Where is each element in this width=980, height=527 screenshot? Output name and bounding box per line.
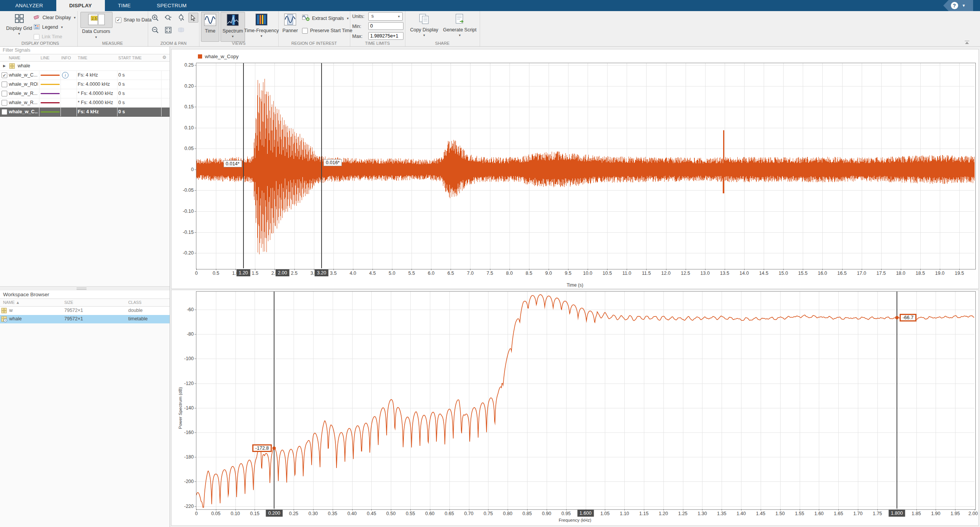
- checkbox-icon[interactable]: [2, 82, 7, 87]
- ws-column-header-name[interactable]: NAME ▲: [3, 300, 20, 305]
- zoom-out-icon[interactable]: [151, 26, 159, 34]
- clear-display-button[interactable]: Clear Display ▼: [34, 13, 76, 22]
- tab-display[interactable]: DISPLAY: [56, 0, 105, 11]
- spectrum-axes[interactable]: [196, 291, 976, 510]
- cursor-value-label[interactable]: -172.8: [252, 444, 272, 452]
- signal-row-whale-w-c-[interactable]: ✓whale_w_C...iFs: 4 kHz0 s: [0, 71, 170, 80]
- gear-icon[interactable]: ⚙: [162, 55, 167, 60]
- column-header-line[interactable]: LINE: [41, 55, 49, 60]
- fit-view-icon[interactable]: [164, 26, 172, 34]
- time-axis-label: Time (s): [172, 282, 978, 288]
- expand-arrow-icon[interactable]: ▶: [3, 64, 6, 68]
- y-tick-mark: [194, 107, 196, 107]
- x-tick-mark: [549, 269, 549, 270]
- cursor-tick-badge[interactable]: 1.800: [889, 510, 905, 517]
- cursor-value-label[interactable]: -66.7: [900, 314, 917, 321]
- ribbon: Display Grid ▼ Clear Display ▼ Legend ▼ …: [0, 11, 980, 47]
- cursor-tick-badge[interactable]: 3.20: [315, 269, 328, 276]
- panner-button[interactable]: Panner: [280, 12, 300, 33]
- spectrum-view-button[interactable]: Spectrum ▼: [220, 12, 245, 42]
- signal-row-whale-w-r-[interactable]: whale_w_R...* Fs: 4.0000 kHz0 s: [0, 98, 170, 108]
- time-view-button[interactable]: Time: [201, 12, 219, 42]
- signal-row-whale-w-c-[interactable]: whale_w_C...Fs: 4 kHz0 s: [0, 108, 170, 117]
- x-tick-label: 17.5: [877, 271, 886, 276]
- x-tick-mark: [916, 509, 917, 511]
- units-select[interactable]: s ▼: [368, 12, 403, 21]
- cursor-value-label[interactable]: 0.016*: [323, 159, 342, 166]
- x-tick-label: 8.0: [506, 271, 513, 276]
- workspace-row-whale[interactable]: whale79572×1timetable: [0, 315, 170, 323]
- x-tick-label: 6.0: [428, 271, 434, 276]
- line-style-swatch[interactable]: [41, 75, 60, 76]
- preserve-start-time-label: Preserve Start Time: [310, 28, 352, 33]
- column-header-time[interactable]: TIME: [78, 55, 87, 60]
- line-style-swatch[interactable]: [41, 111, 60, 113]
- column-divider: [77, 98, 77, 107]
- y-tick-mark: [194, 334, 196, 334]
- time-cursor-line[interactable]: [321, 63, 322, 268]
- cursor-tick-badge[interactable]: 0.200: [266, 510, 283, 517]
- tab-time[interactable]: TIME: [105, 0, 144, 11]
- x-tick-mark: [392, 269, 392, 270]
- ws-column-header-size[interactable]: SIZE: [64, 300, 73, 305]
- column-divider: [39, 98, 39, 107]
- column-header-info[interactable]: INFO: [61, 55, 71, 60]
- preserve-start-time-checkbox[interactable]: Preserve Start Time: [302, 26, 352, 35]
- checkbox-icon[interactable]: [2, 109, 7, 115]
- x-tick-label: 10.5: [603, 271, 612, 276]
- x-tick-label: 0.45: [367, 511, 376, 516]
- info-icon[interactable]: i: [62, 72, 69, 78]
- tab-analyzer[interactable]: ANALYZER: [2, 0, 56, 11]
- column-header-start-time[interactable]: START TIME: [118, 55, 142, 60]
- snap-to-data-checkbox[interactable]: ✓ Snap to Data: [116, 16, 152, 24]
- zoom-in-y-icon[interactable]: [177, 13, 185, 22]
- x-tick-mark: [744, 269, 745, 270]
- legend-button[interactable]: Legend ▼: [34, 23, 64, 31]
- pointer-tool-icon[interactable]: [188, 13, 198, 23]
- checkbox-checked-icon[interactable]: ✓: [2, 72, 7, 78]
- help-icon[interactable]: ?: [951, 2, 958, 9]
- display-grid-button[interactable]: Display Grid ▼: [7, 12, 31, 36]
- workspace-row-w[interactable]: w79572×1double: [0, 307, 170, 315]
- cursor-value-label[interactable]: 0.014*: [224, 160, 242, 167]
- min-input[interactable]: [368, 22, 403, 30]
- copy-display-button[interactable]: Copy Display ▼: [408, 12, 440, 37]
- signal-row-whale-w-r-[interactable]: whale_w_R...* Fs: 4.0000 kHz0 s: [0, 89, 170, 98]
- signal-group-row[interactable]: ▶whale: [0, 62, 170, 71]
- checkbox-icon[interactable]: [2, 100, 7, 106]
- tab-spectrum[interactable]: SPECTRUM: [144, 0, 200, 11]
- x-tick-mark: [722, 509, 722, 511]
- time-axes[interactable]: [196, 63, 976, 269]
- collapse-ribbon-button[interactable]: [964, 40, 970, 45]
- time-frequency-view-button[interactable]: Time-Frequency ▼: [246, 12, 277, 38]
- checkbox-icon[interactable]: [302, 28, 308, 34]
- max-input[interactable]: [368, 32, 403, 40]
- chevron-down-icon[interactable]: ▼: [962, 3, 966, 8]
- checkbox-checked-icon[interactable]: ✓: [116, 17, 121, 23]
- checkbox-icon[interactable]: [2, 91, 7, 96]
- help-button[interactable]: ? ▼: [943, 0, 973, 11]
- chevron-down-icon[interactable]: ▼: [95, 36, 98, 39]
- x-tick-label: 7.5: [487, 271, 493, 276]
- cursor-tick-badge[interactable]: 1.20: [236, 269, 250, 276]
- signal-row-whale-w-roi[interactable]: whale_w_ROIFs: 4.0000 kHz0 s: [0, 80, 170, 89]
- filter-signals-input[interactable]: Filter Signals: [0, 47, 170, 54]
- x-tick-mark: [294, 269, 295, 270]
- ws-name: w: [9, 308, 13, 313]
- zoom-in-icon[interactable]: [151, 13, 159, 22]
- extract-signals-button[interactable]: Extract Signals ▼: [302, 14, 349, 23]
- line-style-swatch[interactable]: [41, 84, 60, 85]
- data-cursors-button[interactable]: 2.5: [80, 12, 113, 28]
- line-style-swatch[interactable]: [41, 102, 60, 103]
- generate-script-button[interactable]: Generate Script ▼: [442, 12, 478, 37]
- time-cursor-line[interactable]: [243, 63, 244, 268]
- zoom-in-x-icon[interactable]: [164, 13, 172, 22]
- spectrum-cursor-line[interactable]: [274, 292, 274, 509]
- group-label: SHARE: [405, 41, 480, 46]
- column-header-name[interactable]: NAME: [9, 55, 20, 60]
- x-tick-mark: [663, 509, 664, 511]
- line-style-swatch[interactable]: [41, 93, 60, 94]
- spectrum-cursor-line[interactable]: [897, 292, 897, 509]
- x-tick-mark: [822, 269, 823, 270]
- ws-column-header-class[interactable]: CLASS: [128, 300, 141, 305]
